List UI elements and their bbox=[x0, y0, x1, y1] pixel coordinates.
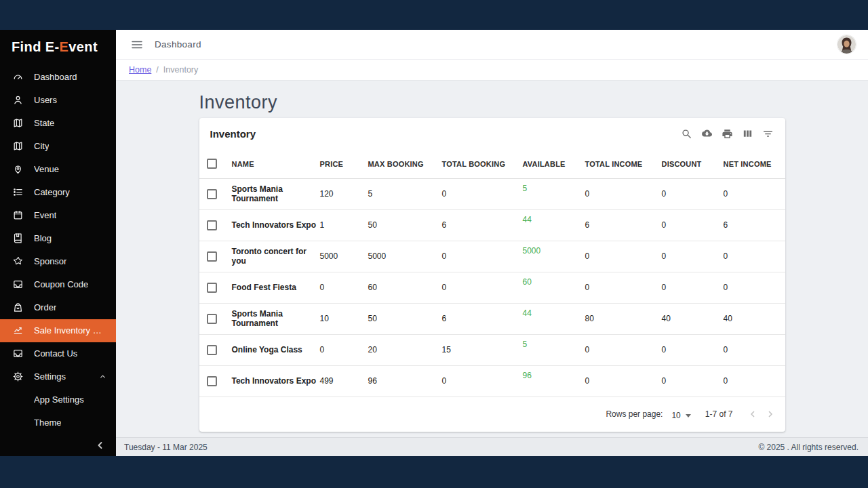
table-row: Tech Innovators Expo49996096000 bbox=[199, 365, 785, 396]
cell-net-income: 0 bbox=[724, 272, 785, 303]
sidebar-item-order[interactable]: Order bbox=[0, 296, 116, 319]
row-checkbox[interactable] bbox=[207, 345, 217, 355]
sidebar-item-dashboard[interactable]: Dashboard bbox=[0, 66, 116, 89]
cell-name: Online Yoga Class bbox=[231, 334, 320, 365]
column-header-available[interactable]: AVAILABLE bbox=[523, 150, 585, 178]
row-checkbox[interactable] bbox=[207, 189, 217, 199]
filter-button[interactable] bbox=[760, 125, 776, 142]
dropdown-caret-icon bbox=[686, 414, 691, 418]
sidebar-item-label: Contact Us bbox=[34, 348, 77, 359]
sidebar-item-label: Dashboard bbox=[34, 72, 77, 82]
print-button[interactable] bbox=[719, 125, 736, 142]
column-header-max-booking[interactable]: MAX BOOKING bbox=[368, 150, 442, 178]
cell-available: 5000 bbox=[523, 241, 585, 272]
page-title: Inventory bbox=[199, 92, 785, 113]
coupon-icon bbox=[12, 279, 24, 290]
sidebar-item-venue[interactable]: Venue bbox=[0, 158, 116, 181]
inventory-table: NAMEPRICEMAX BOOKINGTOTAL BOOKINGAVAILAB… bbox=[199, 150, 785, 397]
avatar[interactable] bbox=[837, 35, 856, 54]
filter-icon bbox=[762, 128, 774, 140]
cell-discount: 0 bbox=[662, 178, 724, 209]
status-date: Tuesday - 11 Mar 2025 bbox=[124, 443, 208, 452]
sidebar-item-coupon-code[interactable]: Coupon Code bbox=[0, 273, 116, 296]
sidebar-collapse-button[interactable] bbox=[96, 441, 105, 450]
next-page-button[interactable] bbox=[762, 405, 779, 423]
cloud-download-button[interactable] bbox=[698, 125, 715, 142]
sidebar-item-city[interactable]: City bbox=[0, 135, 116, 158]
user-icon bbox=[12, 94, 24, 106]
sidebar-item-blog[interactable]: Blog bbox=[0, 227, 116, 250]
print-icon bbox=[722, 128, 733, 140]
select-all-checkbox[interactable] bbox=[207, 159, 217, 169]
cell-total-booking: 15 bbox=[442, 334, 523, 365]
calendar-icon bbox=[12, 209, 24, 221]
cell-price: 0 bbox=[320, 334, 368, 365]
app-logo[interactable]: Find E-Event bbox=[0, 30, 116, 64]
cell-total-income: 0 bbox=[585, 365, 662, 396]
sidebar-nav: DashboardUsersStateCityVenueCategoryEven… bbox=[0, 64, 116, 434]
cell-total-income: 0 bbox=[585, 272, 662, 303]
sidebar-item-sponsor[interactable]: Sponsor bbox=[0, 250, 116, 273]
cell-total-booking: 6 bbox=[442, 303, 523, 334]
available-value: 44 bbox=[523, 308, 532, 318]
map-icon bbox=[12, 117, 24, 129]
sidebar-item-label: Event bbox=[34, 210, 56, 220]
column-header-total-income[interactable]: TOTAL INCOME bbox=[585, 150, 662, 178]
search-button[interactable] bbox=[678, 125, 695, 142]
available-value: 5000 bbox=[523, 246, 541, 256]
cell-name: Food Fest Fiesta bbox=[231, 272, 320, 303]
cell-discount: 0 bbox=[662, 365, 724, 396]
sidebar-item-label: Venue bbox=[34, 164, 59, 174]
cell-max-booking: 50 bbox=[368, 209, 442, 241]
chevron-right-icon bbox=[766, 409, 775, 419]
row-checkbox[interactable] bbox=[207, 251, 217, 262]
sidebar-item-users[interactable]: Users bbox=[0, 89, 116, 112]
topbar-title: Dashboard bbox=[155, 39, 201, 49]
column-header-discount[interactable]: DISCOUNT bbox=[662, 150, 724, 178]
main-area: Dashboard Home / Inven bbox=[116, 30, 868, 456]
avatar-image bbox=[837, 35, 856, 54]
rows-per-page-value: 10 bbox=[671, 411, 680, 420]
row-checkbox[interactable] bbox=[207, 314, 217, 324]
logo-text-suffix: vent bbox=[68, 39, 98, 55]
cell-total-income: 80 bbox=[585, 303, 662, 334]
sidebar-item-theme[interactable]: Theme bbox=[0, 411, 116, 434]
cell-total-income: 0 bbox=[585, 178, 662, 209]
cell-price: 499 bbox=[320, 365, 368, 396]
column-header-price[interactable]: PRICE bbox=[320, 150, 368, 178]
row-checkbox[interactable] bbox=[207, 220, 217, 230]
sidebar-item-label: Sale Inventory Report bbox=[34, 325, 106, 336]
view-columns-button[interactable] bbox=[739, 125, 756, 142]
sidebar-item-label: State bbox=[34, 118, 54, 128]
menu-toggle-icon[interactable] bbox=[131, 39, 143, 51]
content-area: Inventory Inventory NAMEPRICEMAX BOOK bbox=[116, 81, 868, 437]
pagination: Rows per page: 10 1-7 of 7 bbox=[199, 397, 785, 432]
breadcrumb-home-link[interactable]: Home bbox=[129, 65, 151, 75]
table-row: Toronto concert for you5000500005000000 bbox=[199, 241, 785, 272]
cell-price: 1 bbox=[320, 209, 368, 241]
previous-page-button[interactable] bbox=[744, 405, 762, 423]
sidebar-item-state[interactable]: State bbox=[0, 112, 116, 135]
bag-icon bbox=[12, 302, 24, 313]
table-row: Sports Mania Tournament1050644804040 bbox=[199, 303, 785, 334]
sidebar-item-category[interactable]: Category bbox=[0, 181, 116, 204]
sidebar-item-app-settings[interactable]: App Settings bbox=[0, 388, 116, 411]
cell-max-booking: 5 bbox=[368, 178, 442, 209]
sidebar-item-sale-inventory-report[interactable]: Sale Inventory Report bbox=[0, 319, 116, 342]
column-header-total-booking[interactable]: TOTAL BOOKING bbox=[442, 150, 523, 178]
sidebar-footer bbox=[0, 434, 116, 456]
gear-icon bbox=[12, 371, 24, 382]
cell-available: 44 bbox=[523, 209, 585, 241]
cell-name: Tech Innovators Expo bbox=[231, 209, 320, 241]
column-header-net-income[interactable]: NET INCOME bbox=[724, 150, 785, 178]
search-icon bbox=[681, 128, 692, 140]
row-checkbox[interactable] bbox=[207, 376, 217, 386]
column-header-name[interactable]: NAME bbox=[231, 150, 320, 178]
row-checkbox[interactable] bbox=[207, 283, 217, 293]
sidebar-item-settings[interactable]: Settings bbox=[0, 365, 116, 388]
cell-available: 5 bbox=[523, 178, 585, 209]
sidebar-item-contact-us[interactable]: Contact Us bbox=[0, 342, 116, 365]
sidebar-item-event[interactable]: Event bbox=[0, 204, 116, 227]
pagination-range: 1-7 of 7 bbox=[705, 409, 733, 419]
rows-per-page-select[interactable]: 10 bbox=[671, 411, 690, 420]
